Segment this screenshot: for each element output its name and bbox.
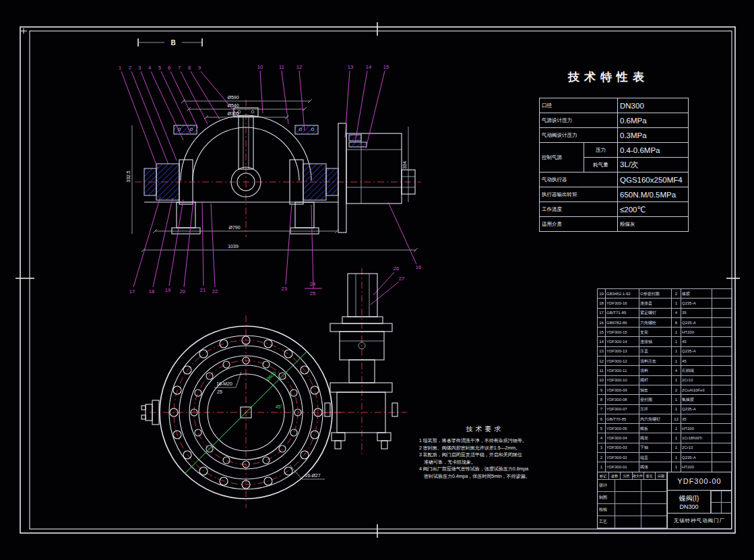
bom-part-name: 紧定螺钉: [639, 308, 672, 317]
bom-qty: 1: [672, 299, 681, 308]
bom-note: [712, 346, 732, 356]
bom-note: [712, 366, 732, 375]
bom-note: [712, 328, 732, 337]
bom-part-name: 阀座: [639, 433, 672, 443]
role-date-cell: [641, 480, 668, 491]
role-label: 工艺: [598, 516, 615, 528]
bom-note: [712, 424, 732, 433]
bom-material: Q235-A: [681, 404, 712, 414]
dim-angle: 45°: [276, 404, 283, 409]
revision-label: 签名: [644, 472, 656, 479]
bom-part-name: 下轴: [639, 443, 672, 452]
callout-24: 24: [310, 281, 315, 287]
callout-9: 9: [198, 65, 201, 71]
bom-qty: 4: [672, 366, 681, 375]
bom-code: YDF300-04: [606, 433, 639, 443]
bom-qty: 1: [672, 375, 681, 385]
bom-material: 35: [681, 414, 712, 423]
spec-torque-label: 执行器输出转矩: [540, 187, 618, 202]
actuator-view: [321, 268, 407, 456]
dim-diagonal: Ø600: [265, 371, 277, 382]
flange-view: Ø600 45° 16-M20 25 16-Ø27: [142, 315, 344, 508]
bom-code: GB5782-86: [606, 317, 639, 327]
bom-code: YDF300-11: [606, 366, 639, 375]
bom-part-name: 支架: [639, 328, 672, 337]
spec-medium-value: 粉煤灰: [618, 217, 689, 232]
callout-12: 12: [296, 64, 302, 70]
label-bolt-thread: 16-M20: [216, 381, 232, 386]
bom-material: 35: [681, 308, 712, 317]
bom-part-name: 阀杆: [639, 375, 672, 385]
bom-qty: 1: [672, 433, 681, 443]
scale-weight-grid: [710, 491, 731, 513]
company-name: 无锡特种气动阀门厂: [668, 514, 731, 528]
title-block-main: YDF300-00 蝶阀(Ⅰ) DN300 无锡特种气动阀门厂: [668, 472, 731, 528]
bom-part-name: 阀体: [639, 462, 672, 472]
tech-requirements-title: 技术要求: [419, 425, 551, 434]
bom-qty: 2: [672, 385, 681, 394]
bom-note: [712, 414, 732, 423]
bom-no: 9: [598, 385, 606, 394]
tech-requirements-lines: 1 组装前，将各零件清洗干净，不得有杂质污物等。 2 密封面、阀体内腔密封面允许…: [419, 437, 551, 480]
revision-label: 更改文件号: [633, 472, 644, 479]
bom-row: 10 YDF300-10 阀杆 1 2Cr13: [598, 375, 732, 385]
callout-15: 15: [383, 64, 389, 70]
dim-d790: Ø790: [228, 225, 240, 230]
tech-requirement-line: 2 密封面、阀体内腔密封面允许误差1.5—2mm。: [419, 445, 551, 452]
bom-note: [712, 462, 732, 472]
tech-requirements: 技术要求 1 组装前，将各零件清洗干净，不得有杂质污物等。 2 密封面、阀体内腔…: [419, 425, 551, 480]
role-date-cell: [641, 504, 668, 516]
label-bolt-depth: 25: [217, 390, 222, 394]
bom-no: 12: [598, 356, 606, 366]
bom-note: [712, 308, 732, 317]
bom-part-name: 端盖: [639, 453, 672, 462]
bom-row: 3 YDF300-03 下轴 1 2Cr13: [598, 443, 732, 452]
dim-height-left: 332.5: [126, 170, 131, 183]
bom-part-name: 填料: [639, 366, 672, 375]
bom-code: YDF300-15: [606, 328, 639, 337]
bom-qty: 4: [672, 308, 681, 317]
role-row: 工艺: [598, 516, 667, 528]
tech-requirement-line: 4 阀门出厂前应做气密性试验，强度试验压力0.6mpa: [419, 466, 551, 473]
bom-qty: 1: [672, 328, 681, 337]
bom-row: 19 GB3452.1-92 O形密封圈 2 橡胶: [598, 289, 732, 299]
bom-row: 11 YDF300-11 填料 4 石棉绳: [598, 366, 732, 375]
spec-actuator-value: QGS160x250MF4: [618, 173, 689, 187]
bom-material: 氟橡胶: [681, 395, 712, 404]
bom-code: YDF300-16: [606, 299, 639, 308]
bom-note: [712, 337, 732, 346]
role-row: 校核: [598, 504, 667, 516]
bom-no: 15: [598, 328, 606, 337]
callout-5: 5: [158, 65, 161, 71]
front-view: [135, 100, 421, 237]
bom-code: GB/T71-85: [606, 308, 639, 317]
bom-no: 2: [598, 453, 606, 462]
bom-no: 11: [598, 366, 606, 375]
bom-qty: 1: [672, 337, 681, 346]
dim-height-right: 334: [402, 161, 407, 169]
bom-note: [712, 404, 732, 414]
bom-row: 13 YDF300-13 压盖 1 Q235-A: [598, 346, 732, 356]
bom-row: 14 YDF300-14 连接轴 1 45: [598, 337, 732, 346]
product-name-cell: 蝶阀(Ⅰ) DN300: [668, 491, 710, 513]
bom-no: 1: [598, 462, 606, 472]
bom-code: YDF300-09: [606, 385, 639, 394]
bom-note: [712, 385, 732, 394]
spec-temperature-label: 工作温度: [540, 202, 618, 217]
role-label: 校核: [598, 504, 615, 516]
revision-label: 分区: [621, 472, 632, 479]
bom-material: HT200: [681, 328, 712, 337]
callout-19: 19: [165, 287, 170, 293]
callout-26: 26: [394, 266, 399, 272]
bom-code: YDF300-03: [606, 443, 639, 452]
bom-no: 16: [598, 317, 606, 327]
bom-note: [712, 299, 732, 308]
bom-code: YDF300-05: [606, 424, 639, 433]
bom-part-name: 连接盘: [639, 299, 672, 308]
spec-air-supply-label: 气源设计压力: [540, 113, 618, 128]
bom-row: 9 YDF300-09 轴套 2 ZCuAl10Fe3: [598, 385, 732, 394]
callout-25: 25: [310, 290, 315, 297]
bom-qty: 1: [672, 356, 681, 366]
bom-row: 18 YDF300-16 连接盘 1 Q235-A: [598, 299, 732, 308]
spec-torque-value: 650N.M/0.5MPa: [618, 187, 689, 202]
